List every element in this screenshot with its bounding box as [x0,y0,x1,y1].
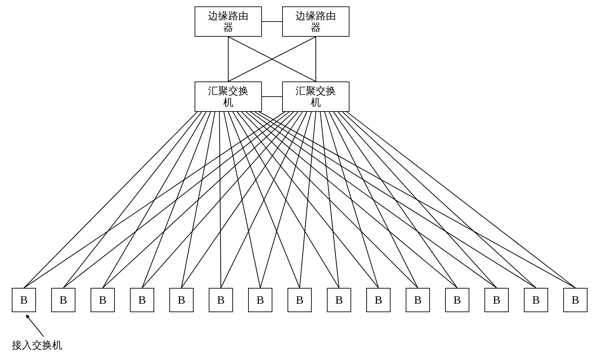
svg-line-16 [241,112,418,288]
svg-line-12 [224,112,260,288]
access-switch-8: B [327,288,351,312]
svg-line-27 [260,112,311,288]
svg-marker-37 [26,315,30,319]
access-switch-10: B [406,288,430,312]
access-switch-7: B [288,288,312,312]
svg-line-32 [334,112,457,288]
edge-router-0: 边缘路由 器 [195,6,262,37]
svg-line-9 [142,112,210,288]
svg-line-3 [228,37,316,81]
access-switch-14: B [563,288,588,312]
access-switch-5: B [209,288,233,312]
svg-line-26 [221,112,307,288]
svg-line-10 [181,112,215,288]
svg-line-13 [228,112,300,288]
svg-line-14 [233,112,339,288]
access-switch-3: B [130,288,154,312]
svg-line-25 [181,112,303,288]
aggregation-switch-1: 汇聚交换 机 [282,81,349,112]
access-switch-annotation: 接入交换机 [12,338,62,352]
svg-line-2 [228,37,316,81]
svg-line-29 [320,112,339,288]
svg-line-23 [103,112,294,288]
svg-line-30 [325,112,378,288]
access-switch-13: B [524,288,548,312]
svg-line-7 [63,112,202,288]
svg-line-19 [255,112,536,288]
svg-line-24 [142,112,298,288]
svg-line-33 [338,112,497,288]
svg-line-6 [24,112,197,288]
access-switch-6: B [248,288,272,312]
access-switch-4: B [169,288,194,312]
access-switch-9: B [366,288,391,312]
svg-line-22 [63,112,289,288]
svg-line-8 [103,112,206,288]
svg-line-20 [259,112,575,288]
svg-line-11 [220,112,221,288]
svg-line-18 [250,112,497,288]
access-switch-12: B [484,288,509,312]
svg-line-21 [24,112,285,288]
svg-line-35 [347,112,575,288]
svg-line-31 [329,112,418,288]
svg-line-17 [246,112,457,288]
svg-line-28 [300,112,316,288]
svg-line-36 [28,317,44,337]
edge-router-1: 边缘路由 器 [282,6,349,37]
access-switch-1: B [51,288,75,312]
aggregation-switch-0: 汇聚交换 机 [195,81,262,112]
svg-line-15 [237,112,378,288]
svg-line-34 [342,112,536,288]
access-switch-11: B [445,288,469,312]
access-switch-0: B [12,288,36,312]
access-switch-2: B [91,288,115,312]
